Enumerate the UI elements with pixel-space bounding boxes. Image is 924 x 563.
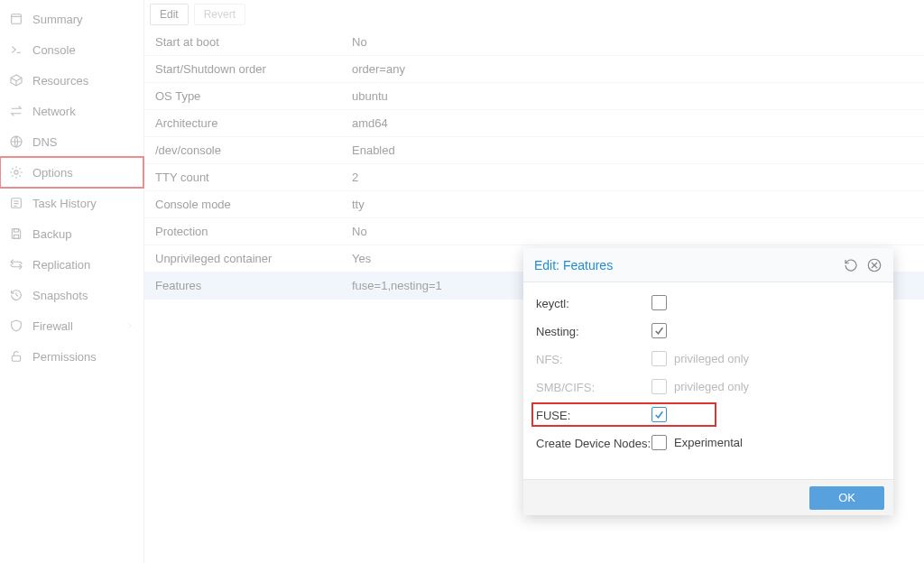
field-label: FUSE: (536, 407, 651, 422)
field-label: SMB/CIFS: (536, 379, 651, 394)
sidebar-item-label: Resources (32, 74, 88, 88)
sidebar-item-label: Console (32, 43, 76, 57)
sidebar: Summary Console Resources Network DNS (0, 0, 144, 563)
cube-icon (9, 73, 23, 88)
sidebar-item-label: Firewall (32, 319, 73, 333)
ok-button[interactable]: OK (809, 486, 884, 510)
sidebar-item-label: Options (32, 166, 73, 180)
sidebar-item-console[interactable]: Console (0, 34, 143, 65)
option-key: TTY count (144, 171, 352, 184)
retweet-icon (9, 257, 23, 272)
dialog-footer: OK (523, 479, 893, 515)
fuse-checkbox[interactable] (651, 407, 667, 422)
dialog-header[interactable]: Edit: Features (523, 248, 893, 282)
option-key: Protection (144, 225, 352, 238)
dialog-title: Edit: Features (534, 258, 613, 272)
nfs-checkbox (651, 351, 667, 366)
mknod-checkbox[interactable] (651, 435, 667, 450)
option-value: No (352, 35, 924, 49)
sidebar-item-resources[interactable]: Resources (0, 65, 143, 96)
sidebar-item-replication[interactable]: Replication (0, 249, 143, 280)
field-fuse: FUSE: (536, 407, 712, 422)
table-row[interactable]: /dev/console Enabled (144, 137, 924, 164)
table-row[interactable]: Console mode tty (144, 191, 924, 218)
field-label: keyctl: (536, 295, 651, 310)
unlock-icon (9, 349, 23, 364)
shield-icon (9, 318, 23, 333)
svg-point-5 (14, 171, 18, 174)
option-key: Console mode (144, 198, 352, 211)
reset-icon[interactable] (843, 257, 859, 273)
option-key: Start/Shutdown order (144, 62, 352, 76)
option-value: order=any (352, 62, 924, 76)
toolbar: Edit Revert (144, 0, 924, 29)
option-value: No (352, 225, 924, 238)
option-key: Architecture (144, 116, 352, 130)
option-value: amd64 (352, 116, 924, 130)
option-key: Start at boot (144, 35, 352, 49)
field-aux: privileged only (674, 380, 749, 393)
table-row[interactable]: TTY count 2 (144, 164, 924, 191)
field-aux: privileged only (674, 352, 749, 365)
sidebar-item-label: Replication (32, 258, 90, 272)
table-row[interactable]: Start/Shutdown order order=any (144, 56, 924, 83)
option-key: Unprivileged container (144, 252, 352, 265)
sidebar-item-firewall[interactable]: Firewall (0, 310, 143, 341)
edit-features-dialog: Edit: Features keyctl: Nesting: (523, 248, 893, 515)
gear-icon (9, 165, 23, 180)
table-row[interactable]: Start at boot No (144, 29, 924, 56)
edit-button[interactable]: Edit (150, 4, 189, 25)
sidebar-item-snapshots[interactable]: Snapshots (0, 280, 143, 310)
sidebar-item-task-history[interactable]: Task History (0, 188, 143, 218)
table-row[interactable]: Protection No (144, 218, 924, 245)
svg-rect-11 (14, 235, 18, 238)
keyctl-checkbox[interactable] (651, 295, 667, 310)
svg-rect-0 (12, 14, 22, 24)
save-icon (9, 226, 23, 241)
field-label: NFS: (536, 351, 651, 366)
field-keyctl: keyctl: (536, 295, 881, 310)
chevron-right-icon (125, 319, 134, 333)
field-aux: Experimental (674, 436, 743, 449)
option-key: OS Type (144, 89, 352, 103)
list-icon (9, 196, 23, 210)
field-nfs: NFS: privileged only (536, 351, 881, 366)
sidebar-item-label: Snapshots (32, 289, 88, 302)
field-label: Create Device Nodes: (536, 435, 651, 450)
sidebar-item-network[interactable]: Network (0, 96, 143, 126)
option-value: 2 (352, 171, 924, 184)
sidebar-item-label: Network (32, 105, 76, 118)
sidebar-item-permissions[interactable]: Permissions (0, 341, 143, 372)
field-label: Nesting: (536, 323, 651, 338)
book-icon (9, 12, 23, 26)
svg-rect-10 (14, 229, 18, 232)
globe-icon (9, 134, 23, 149)
option-value: Enabled (352, 143, 924, 157)
sidebar-item-summary[interactable]: Summary (0, 4, 143, 34)
exchange-icon (9, 104, 23, 118)
revert-button[interactable]: Revert (194, 4, 245, 25)
nesting-checkbox[interactable] (651, 323, 667, 338)
table-row[interactable]: OS Type ubuntu (144, 83, 924, 110)
sidebar-item-backup[interactable]: Backup (0, 218, 143, 249)
field-mknod: Create Device Nodes: Experimental (536, 435, 881, 450)
close-icon[interactable] (866, 257, 882, 273)
sidebar-item-label: DNS (32, 135, 57, 149)
field-nesting: Nesting: (536, 323, 881, 338)
sidebar-item-label: Task History (32, 197, 97, 210)
sidebar-item-options[interactable]: Options (0, 157, 143, 188)
terminal-icon (9, 42, 23, 57)
sidebar-item-label: Permissions (32, 350, 97, 364)
svg-rect-12 (12, 355, 20, 361)
sidebar-item-dns[interactable]: DNS (0, 126, 143, 157)
option-key: Features (144, 279, 352, 292)
dialog-body: keyctl: Nesting: NFS: privileged only (523, 282, 893, 479)
history-icon (9, 288, 23, 302)
sidebar-item-label: Summary (32, 13, 83, 26)
smb-checkbox (651, 379, 667, 394)
table-row[interactable]: Architecture amd64 (144, 110, 924, 137)
sidebar-item-label: Backup (32, 227, 71, 241)
field-smb: SMB/CIFS: privileged only (536, 379, 881, 394)
option-value: tty (352, 198, 924, 211)
option-value: ubuntu (352, 89, 924, 103)
